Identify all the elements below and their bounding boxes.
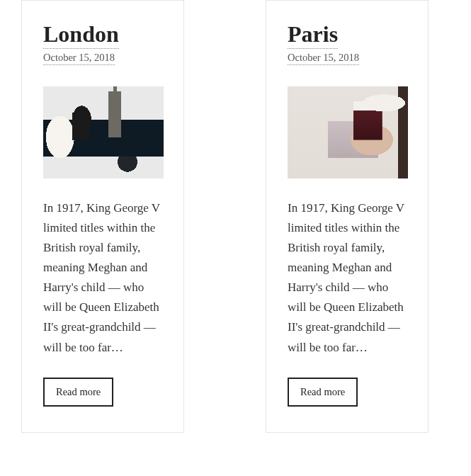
post-date[interactable]: October 15, 2018 [288, 52, 359, 65]
post-card-paris: Paris October 15, 2018 In 1917, King Geo… [266, 0, 429, 433]
post-date[interactable]: October 15, 2018 [43, 52, 115, 65]
post-excerpt: In 1917, King George V limited titles wi… [288, 198, 407, 357]
cards-row: London October 15, 2018 In 1917, King Ge… [0, 0, 471, 433]
read-more-button[interactable]: Read more [288, 378, 358, 407]
post-title[interactable]: Paris [288, 22, 338, 49]
read-more-button[interactable]: Read more [43, 378, 113, 407]
post-image[interactable] [288, 86, 408, 178]
post-title[interactable]: London [43, 22, 119, 49]
post-excerpt: In 1917, King George V limited titles wi… [43, 198, 162, 357]
post-card-london: London October 15, 2018 In 1917, King Ge… [21, 0, 184, 433]
post-image[interactable] [43, 86, 164, 178]
